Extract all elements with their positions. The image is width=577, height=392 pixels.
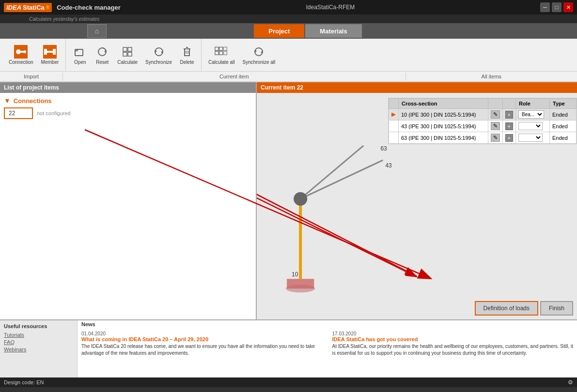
- cs-row-43-edit[interactable]: ✎: [488, 121, 502, 132]
- all-buttons: Calculate all Synchronize all: [205, 43, 278, 67]
- webinars-link[interactable]: Webinars: [4, 347, 73, 352]
- news-panel: News 01.04.2020 What is coming in IDEA S…: [78, 320, 577, 377]
- close-button[interactable]: ✕: [563, 2, 573, 12]
- right-panel: Current item 22 63 43 10: [257, 82, 577, 319]
- synchronize-all-button[interactable]: Synchronize all: [240, 43, 279, 67]
- synchronize-button[interactable]: Synchronize: [142, 43, 175, 67]
- cs-row-10-edit[interactable]: ✎: [488, 109, 502, 121]
- synchronize-all-icon: [252, 45, 265, 59]
- cs-role-63-select[interactable]: [518, 134, 543, 142]
- window-controls: ─ □ ✕: [540, 2, 573, 12]
- maximize-button[interactable]: □: [552, 2, 561, 12]
- svg-rect-12: [128, 47, 132, 51]
- connection-icon: [14, 45, 28, 59]
- cs-row-63-role[interactable]: [516, 132, 550, 144]
- cs-row-10-arrow: ▶: [389, 109, 399, 121]
- news-title: News: [81, 321, 95, 327]
- svg-point-36: [294, 192, 307, 206]
- cs-arrow-col: [389, 99, 399, 109]
- delete-icon: [180, 45, 194, 59]
- app-title: Code-check manager: [57, 4, 121, 11]
- connection-status-22: not configured: [37, 110, 71, 116]
- calculate-all-icon: [215, 45, 228, 59]
- cs-edit-43-button[interactable]: ✎: [491, 122, 500, 130]
- cs-add-43-button[interactable]: +: [505, 122, 513, 130]
- tab-materials[interactable]: Materials: [305, 24, 361, 38]
- connection-id-22[interactable]: 22: [4, 107, 33, 119]
- svg-rect-17: [185, 49, 189, 56]
- svg-text:43: 43: [385, 162, 392, 169]
- cs-add-63-button[interactable]: +: [505, 134, 513, 142]
- cs-row-63-add[interactable]: +: [502, 132, 515, 144]
- cs-row-43-arrow: [389, 121, 399, 132]
- import-buttons: Connection Member: [6, 43, 62, 67]
- news-headline-2[interactable]: IDEA StatiCa has got you covered: [332, 336, 574, 342]
- connections-title[interactable]: Connections: [14, 97, 52, 105]
- news-date-1: 01.04.2020: [81, 331, 323, 336]
- toolbar-labels: Import Current item All items: [0, 72, 577, 82]
- right-panel-header: Current item 22: [257, 82, 577, 93]
- tab-project[interactable]: Project: [254, 24, 304, 38]
- definition-of-loads-button[interactable]: Definition of loads: [475, 301, 538, 316]
- news-body-2: At IDEA StatiCa, our priority remains th…: [332, 343, 574, 357]
- cs-row-10-role[interactable]: Bea...: [516, 109, 550, 121]
- news-item-1: 01.04.2020 What is coming in IDEA StatiC…: [81, 331, 323, 375]
- faq-link[interactable]: FAQ: [4, 339, 73, 345]
- reset-label: Reset: [96, 60, 109, 65]
- cs-row-63-edit[interactable]: ✎: [488, 132, 502, 144]
- synchronize-all-label: Synchronize all: [243, 60, 276, 65]
- connection-button[interactable]: Connection: [6, 43, 36, 67]
- news-headline-1[interactable]: What is coming in IDEA StatiCa 20 – Apri…: [81, 336, 323, 342]
- cs-header-role: Role: [516, 99, 550, 109]
- cs-row-43-add[interactable]: +: [502, 121, 515, 132]
- toolbar-section-all: Calculate all Synchronize all: [202, 39, 282, 71]
- subtitle-text: Calculates yesterday's estimates: [29, 16, 99, 22]
- cs-add-10-button[interactable]: +: [505, 111, 513, 119]
- finish-button[interactable]: Finish: [540, 301, 573, 316]
- svg-rect-24: [215, 51, 218, 55]
- all-items-label: All items: [406, 73, 577, 80]
- connection-item-22: 22 not configured: [4, 107, 252, 119]
- svg-text:63: 63: [380, 145, 387, 152]
- news-date-2: 17.03.2020: [332, 331, 574, 336]
- current-item-label: Current item: [63, 73, 406, 80]
- synchronize-icon: [152, 45, 166, 59]
- calculate-all-button[interactable]: Calculate all: [205, 43, 237, 67]
- svg-rect-26: [224, 47, 227, 50]
- window-title: IdeaStatiCa-RFEM: [306, 4, 355, 11]
- cs-row-43-type: Ended: [550, 121, 577, 132]
- svg-marker-16: [161, 51, 163, 54]
- reset-button[interactable]: Reset: [92, 43, 112, 67]
- svg-point-3: [23, 50, 26, 53]
- home-button[interactable]: ⌂: [87, 24, 107, 38]
- cs-role-43-select[interactable]: [518, 122, 543, 130]
- news-articles: 01.04.2020 What is coming in IDEA StatiC…: [81, 331, 573, 375]
- open-button[interactable]: Open: [70, 43, 90, 67]
- collapse-arrow-icon[interactable]: ▼: [4, 97, 11, 105]
- design-code-text: Design code: EN: [4, 379, 44, 385]
- delete-label: Delete: [180, 60, 194, 65]
- cross-section-table: Cross-section Role Type ▶ 10 (IPE 300 | …: [388, 98, 577, 144]
- resources-panel: Useful resources Tutorials FAQ Webinars: [0, 320, 78, 377]
- import-label: Import: [0, 73, 63, 80]
- minimize-button[interactable]: ─: [540, 2, 550, 12]
- tutorials-link[interactable]: Tutorials: [4, 332, 73, 338]
- calculate-button[interactable]: Calculate: [114, 43, 140, 67]
- cs-row-43-role[interactable]: [516, 121, 550, 132]
- member-label: Member: [41, 60, 59, 65]
- cs-edit-63-button[interactable]: ✎: [491, 134, 500, 142]
- cs-role-10-select[interactable]: Bea...: [518, 110, 544, 119]
- synchronize-label: Synchronize: [145, 60, 172, 65]
- delete-button[interactable]: Delete: [177, 43, 197, 67]
- cs-row-63-type: Ended: [550, 132, 577, 144]
- cs-edit-col: [488, 99, 502, 109]
- cs-row-43: 43 (IPE 300 | DIN 1025-5:1994) ✎ + Ended: [389, 121, 577, 132]
- cs-row-63-name: 63 (IPE 300 | DIN 1025-5:1994): [399, 132, 488, 144]
- svg-rect-27: [224, 51, 227, 55]
- toolbar: Connection Member: [0, 39, 577, 72]
- svg-marker-15: [155, 50, 157, 53]
- cs-row-10-add[interactable]: +: [502, 109, 515, 121]
- member-button[interactable]: Member: [38, 43, 62, 67]
- action-buttons: Definition of loads Finish: [475, 301, 573, 316]
- cs-edit-10-button[interactable]: ✎: [491, 110, 500, 119]
